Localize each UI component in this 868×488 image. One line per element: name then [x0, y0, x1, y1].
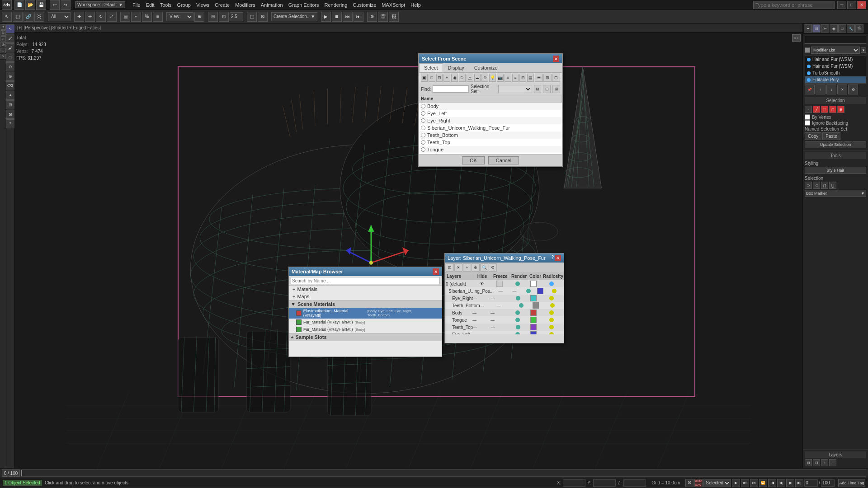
layer-help-btn[interactable]: ? [551, 255, 554, 261]
anim-set-key-btn[interactable]: ⌘ [685, 479, 693, 487]
end-frame-input[interactable] [821, 479, 835, 487]
scene-item-teethtop[interactable]: Teeth_Top [419, 139, 562, 146]
track-view-btn[interactable]: ⊠ [258, 12, 268, 22]
maximize-btn[interactable]: □ [847, 1, 856, 9]
scene-radio-eyeright[interactable] [421, 118, 425, 123]
mirror-tool[interactable]: ⊞ [6, 100, 15, 109]
obj-color-swatch[interactable] [805, 47, 810, 53]
d-col-btn[interactable]: ⊠ [534, 85, 542, 93]
pivot-btn[interactable]: ⊕ [194, 12, 204, 22]
find-input[interactable] [433, 85, 469, 93]
open-file-btn[interactable]: 📂 [25, 0, 35, 10]
snap-toggle[interactable]: ▤ [120, 12, 130, 22]
scene-radio-eyeleft[interactable] [421, 111, 425, 116]
anim-goto-end-btn[interactable]: ▶| [795, 479, 803, 487]
d-filter2-btn[interactable]: ◉ [451, 74, 458, 82]
mod-item-hair2[interactable]: Hair and Fur (WSM) [805, 63, 866, 70]
anim-step-back-btn[interactable]: ⏮ [741, 479, 749, 487]
create-tab-btn[interactable]: ✦ [804, 24, 812, 33]
menu-rendering[interactable]: Rendering [322, 1, 350, 9]
d-filter6-btn[interactable]: ⊕ [481, 74, 488, 82]
frame-input[interactable] [804, 479, 818, 487]
viewport[interactable]: [+] [Perspective] [Shaded + Edged Faces]… [14, 23, 802, 468]
anim-step-fwd-btn[interactable]: ⏭ [750, 479, 758, 487]
layer-row-siberian[interactable]: Siberian_U...ng_Pos... — — [445, 287, 564, 295]
style-hair-btn[interactable]: Style Hair [805, 167, 866, 174]
minimize-btn[interactable]: ─ [837, 1, 846, 9]
mod-item-turbo[interactable]: TurboSmooth [805, 70, 866, 76]
scene-item-body[interactable]: Body [419, 103, 562, 110]
paste-sel-btn[interactable]: Paste [822, 132, 840, 140]
render-frame-btn[interactable]: 🖼 [389, 12, 399, 22]
d-filter5-btn[interactable]: ☁ [474, 74, 481, 82]
pick-tool[interactable]: ✦ [6, 91, 15, 100]
layer-color-eyeright[interactable] [527, 295, 540, 301]
eraser-tool[interactable]: ⌫ [6, 81, 15, 90]
scale-btn[interactable]: ⤢ [107, 12, 117, 22]
sel-icon1[interactable]: ⊃ [805, 182, 812, 189]
by-vertex-check[interactable] [805, 114, 810, 120]
motion-tab-btn[interactable]: ◉ [830, 24, 838, 33]
edge-sel-btn[interactable]: ╱ [813, 106, 820, 113]
undo-btn[interactable]: ↩ [50, 0, 60, 10]
snap-tool[interactable]: ⊠ [6, 110, 15, 119]
percent-snap[interactable]: % [142, 12, 152, 22]
close-btn[interactable]: ✕ [857, 1, 866, 9]
menu-modifiers[interactable]: Modifiers [232, 1, 258, 9]
menu-graph-editors[interactable]: Graph Editors [286, 1, 322, 9]
scene-item-teethbot[interactable]: Teeth_Bottom [419, 131, 562, 139]
layer-icon4[interactable]: − [829, 459, 836, 466]
menu-create[interactable]: Create [212, 1, 232, 9]
d-icon-btn[interactable]: ⊞ [543, 74, 552, 82]
sel-icon2[interactable]: ⊂ [813, 182, 820, 189]
vertex-sel-btn[interactable]: · [805, 106, 812, 113]
align-btn[interactable]: ⊡ [219, 12, 229, 22]
render-btn[interactable]: 🎬 [378, 12, 388, 22]
smooth-tool[interactable]: ⊙ [6, 62, 15, 71]
mod-pin-btn[interactable]: 📌 [805, 84, 815, 94]
scene-radio-body[interactable] [421, 104, 425, 108]
layer-icon2[interactable]: ⊡ [813, 459, 820, 466]
new-file-btn[interactable]: 📄 [14, 0, 24, 10]
menu-help[interactable]: Help [408, 1, 424, 9]
layer-search-btn[interactable]: 🔍 [480, 263, 488, 272]
d-sel-none-btn[interactable]: □ [429, 74, 435, 82]
dialog-ok-btn[interactable]: OK [462, 156, 485, 164]
copy-sel-btn[interactable]: Copy [805, 132, 821, 140]
mirror-btn[interactable]: ⊞ [208, 12, 218, 22]
layer-row-teethtop[interactable]: Teeth_Top — — [445, 324, 564, 331]
link-btn[interactable]: 🔗 [24, 12, 33, 22]
layer-mgr-btn[interactable]: ◫ [247, 12, 257, 22]
sel-icon4[interactable]: ⋃ [829, 182, 836, 189]
modifier-list-dropdown[interactable]: Modifier List [811, 47, 860, 54]
anim-auto-key-btn[interactable]: Auto Key [694, 479, 703, 487]
mod-config-btn[interactable]: ⚙ [848, 84, 858, 94]
layer-add-btn[interactable]: + [463, 263, 471, 272]
menu-customize[interactable]: Customize [350, 1, 379, 9]
menu-tools[interactable]: Tools [157, 1, 175, 9]
layer-icon1[interactable]: ⊠ [805, 459, 812, 466]
paint-tool[interactable]: 🖌 [6, 43, 15, 52]
menu-views[interactable]: Views [193, 1, 212, 9]
layer-color-body[interactable] [527, 310, 540, 316]
mod-del-btn[interactable]: ✕ [837, 84, 847, 94]
help-tool[interactable]: ? [6, 119, 15, 128]
key-mode-dropdown[interactable]: Selected [703, 479, 731, 487]
brush-tool[interactable]: ◌ [6, 53, 15, 62]
d-list-btn[interactable]: ☰ [535, 74, 543, 82]
mat-fur2-item[interactable]: Fur_Material (VRayHairMtl) [Body] [289, 326, 442, 333]
vp-corner-btn[interactable]: ▫ ▫ [792, 34, 801, 42]
mat-browser-close-btn[interactable]: ✕ [433, 268, 439, 275]
select-tool[interactable]: ↖ [6, 24, 15, 33]
layer-color-teethtop[interactable] [527, 324, 540, 330]
d-col3-btn[interactable]: ⊞ [552, 85, 560, 93]
relax-tool[interactable]: ⊛ [6, 72, 15, 81]
coord-y-input[interactable] [593, 479, 616, 487]
mat-fur1-item[interactable]: Fur_Material (VRayHairMtl) [Body] [289, 319, 442, 326]
dialog-close-btn[interactable]: ✕ [553, 56, 559, 62]
sel-icon3[interactable]: ⋂ [821, 182, 828, 189]
d-filter12-btn[interactable]: ▤ [527, 74, 534, 82]
menu-edit[interactable]: Edit [143, 1, 157, 9]
dialog-tab-select[interactable]: Select [419, 63, 443, 72]
scene-item-eyeleft[interactable]: Eye_Left [419, 110, 562, 117]
